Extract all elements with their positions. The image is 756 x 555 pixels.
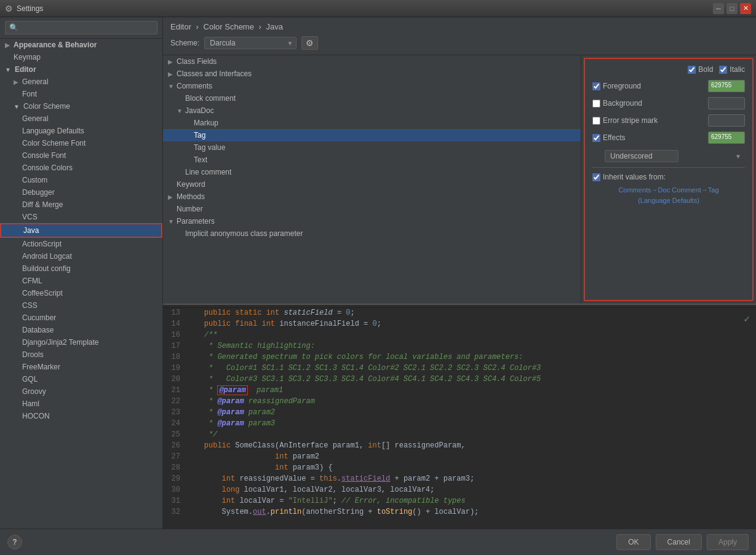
el-item-classfields[interactable]: ▶ Class Fields — [163, 55, 581, 68]
sidebar-item-cs-debugger[interactable]: Debugger — [0, 186, 162, 199]
sidebar-item-cs-androidlogcat[interactable]: Android Logcat — [0, 250, 162, 262]
sidebar-item-cs-cfml[interactable]: CFML — [0, 275, 162, 287]
help-button[interactable]: ? — [7, 535, 22, 549]
el-item-markup[interactable]: Markup — [163, 117, 581, 129]
maximize-button[interactable]: □ — [726, 3, 738, 14]
expand-arrow: ▼ — [168, 218, 174, 225]
el-item-parameters[interactable]: ▼ Parameters — [163, 215, 581, 227]
cancel-button[interactable]: Cancel — [656, 534, 702, 550]
sidebar-item-cs-custom[interactable]: Custom — [0, 174, 162, 186]
expand-arrow: ▶ — [168, 58, 174, 65]
el-item-methods[interactable]: ▶ Methods — [163, 191, 581, 203]
expand-arrow: ▼ — [14, 103, 20, 110]
sidebar-item-cs-haml[interactable]: Haml — [0, 398, 162, 410]
effects-type-select[interactable]: Underscored Underwave Bordered Box Round… — [605, 150, 678, 162]
el-item-classes[interactable]: ▶ Classes and Interfaces — [163, 68, 581, 80]
code-line-31: 32 System.out.println(anotherString + to… — [163, 507, 756, 518]
ok-button[interactable]: OK — [616, 534, 650, 550]
effects-color-swatch[interactable]: 629755 — [708, 132, 745, 144]
code-line-24: 25 */ — [163, 430, 756, 441]
sidebar-item-colorscheme[interactable]: ▼ Color Scheme — [0, 100, 162, 112]
scheme-row: Scheme: Darcula ▼ ⚙ — [170, 36, 749, 50]
sidebar-item-cs-java[interactable]: Java — [0, 223, 162, 238]
effects-row: Effects 629755 Underscored Underwave Bor… — [592, 132, 745, 162]
el-item-text[interactable]: Text — [163, 154, 581, 166]
sidebar-item-keymap[interactable]: Keymap — [0, 51, 162, 63]
el-item-javadoc[interactable]: ▼ JavaDoc — [163, 104, 581, 117]
foreground-color-swatch[interactable]: 629755 — [708, 80, 745, 92]
foreground-label: Foreground — [603, 82, 641, 90]
sidebar-item-cs-diffmerge[interactable]: Diff & Merge — [0, 199, 162, 211]
sidebar-item-cs-hocon[interactable]: HOCON — [0, 410, 162, 422]
minimize-button[interactable]: ─ — [713, 3, 724, 14]
inherit-checkbox[interactable] — [592, 173, 600, 181]
title-bar: ⚙ Settings ─ □ ✕ — [0, 0, 756, 17]
sidebar-item-cs-gql[interactable]: GQL — [0, 373, 162, 385]
sidebar-item-cs-font[interactable]: Color Scheme Font — [0, 137, 162, 149]
title-bar-title: Settings — [17, 4, 43, 13]
code-line-30: 31 int localVar = "IntelliJ"; // Error, … — [163, 496, 756, 507]
italic-checkbox-label[interactable]: Italic — [719, 65, 745, 74]
sidebar-item-editor[interactable]: ▼ Editor — [0, 63, 162, 76]
search-input[interactable] — [5, 21, 157, 34]
inherit-row: Inherit values from: Comments→Doc Commen… — [592, 167, 745, 205]
background-checkbox[interactable] — [592, 100, 600, 108]
code-line-27: 28 int param3) { — [163, 463, 756, 474]
el-item-blockcomment[interactable]: Block comment — [163, 92, 581, 104]
code-line-15: 16 /** — [163, 330, 756, 341]
code-line-20: 21 * @param param1 — [163, 385, 756, 396]
sidebar-item-cs-consolefont[interactable]: Console Font — [0, 149, 162, 162]
code-line-29: 30 long localVar1, localVar2, localVar3,… — [163, 485, 756, 496]
el-item-number[interactable]: Number — [163, 203, 581, 215]
foreground-checkbox[interactable] — [592, 82, 600, 90]
sidebar-item-cs-freemarker[interactable]: FreeMarker — [0, 361, 162, 373]
foreground-checkbox-label[interactable]: Foreground — [592, 82, 641, 90]
inherit-link[interactable]: Comments→Doc Comment→Tag (Language Defau… — [592, 185, 745, 205]
scheme-label: Scheme: — [170, 39, 199, 47]
el-item-keyword[interactable]: Keyword — [163, 178, 581, 191]
el-item-tag[interactable]: Tag — [163, 129, 581, 141]
sidebar-item-cs-coffeescript[interactable]: CoffeeScript — [0, 287, 162, 299]
panel-header: Editor › Color Scheme › Java Scheme: Dar… — [163, 17, 756, 55]
scheme-select[interactable]: Darcula — [204, 37, 296, 49]
expand-arrow: ▶ — [168, 194, 174, 200]
sidebar-item-font[interactable]: Font — [0, 88, 162, 100]
expand-arrow: ▶ — [168, 71, 174, 77]
sidebar-item-cs-django[interactable]: Django/Jinja2 Template — [0, 336, 162, 348]
code-line-25: 26 public SomeClass(AnInterface param1, … — [163, 441, 756, 452]
sidebar-item-cs-buildout[interactable]: Buildout config — [0, 262, 162, 275]
effects-checkbox-label[interactable]: Effects — [592, 133, 625, 142]
italic-checkbox[interactable] — [719, 66, 727, 74]
bold-checkbox[interactable] — [688, 66, 696, 74]
background-checkbox-label[interactable]: Background — [592, 99, 642, 108]
scheme-gear-button[interactable]: ⚙ — [301, 36, 318, 50]
error-stripe-checkbox[interactable] — [592, 117, 600, 125]
sidebar-item-cs-langdefaults[interactable]: Language Defaults — [0, 125, 162, 137]
el-item-tagvalue[interactable]: Tag value — [163, 141, 581, 154]
close-button[interactable]: ✕ — [740, 3, 751, 14]
code-line-17: 18 * Generated spectrum to pick colors f… — [163, 352, 756, 363]
sidebar-item-cs-vcs[interactable]: VCS — [0, 211, 162, 223]
background-color-swatch[interactable] — [708, 97, 745, 109]
error-stripe-label: Error stripe mark — [603, 116, 658, 125]
el-item-linecomment[interactable]: Line comment — [163, 166, 581, 178]
sidebar-item-cs-consolecolors[interactable]: Console Colors — [0, 162, 162, 174]
sidebar-item-cs-css[interactable]: CSS — [0, 299, 162, 312]
sidebar-item-cs-database[interactable]: Database — [0, 324, 162, 336]
sidebar-item-appearance[interactable]: ▶ Appearance & Behavior — [0, 39, 162, 51]
sidebar-item-cs-drools[interactable]: Drools — [0, 348, 162, 361]
apply-button[interactable]: Apply — [707, 534, 749, 550]
el-item-implicit[interactable]: Implicit anonymous class parameter — [163, 227, 581, 240]
error-stripe-checkbox-label[interactable]: Error stripe mark — [592, 116, 658, 125]
effects-checkbox[interactable] — [592, 134, 600, 142]
code-line-19: 20 * Color#3 SC3.1 SC3.2 SC3.3 SC3.4 Col… — [163, 374, 756, 385]
bold-checkbox-label[interactable]: Bold — [688, 65, 713, 74]
inherit-checkbox-label[interactable]: Inherit values from: — [592, 173, 745, 181]
sidebar-item-general[interactable]: ▶ General — [0, 76, 162, 88]
sidebar-item-cs-general[interactable]: General — [0, 112, 162, 125]
sidebar-item-cs-groovy[interactable]: Groovy — [0, 385, 162, 398]
sidebar-item-cs-cucumber[interactable]: Cucumber — [0, 312, 162, 324]
sidebar-item-cs-actionscript[interactable]: ActionScript — [0, 238, 162, 250]
el-item-comments[interactable]: ▼ Comments — [163, 80, 581, 92]
error-stripe-color-swatch[interactable] — [708, 114, 745, 127]
